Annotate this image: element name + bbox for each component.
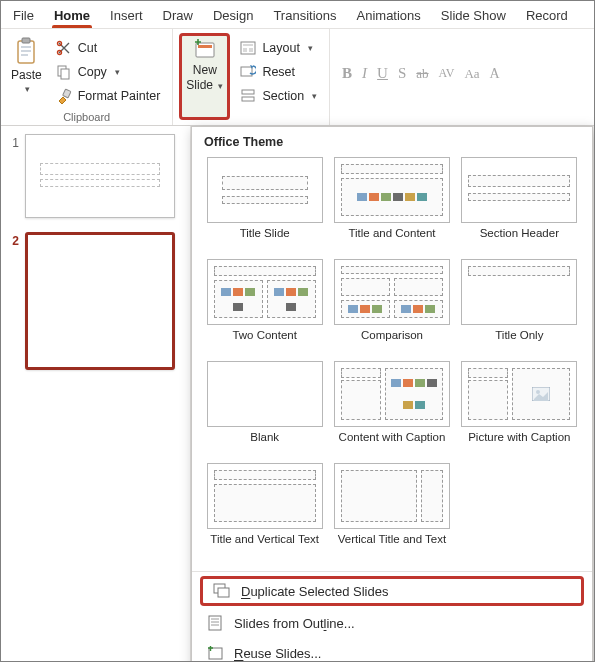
italic-button[interactable]: I — [362, 65, 367, 82]
svg-rect-23 — [209, 616, 221, 630]
section-button[interactable]: Section▾ — [236, 85, 321, 107]
svg-rect-4 — [21, 54, 28, 56]
cut-label: Cut — [78, 41, 97, 55]
reset-button[interactable]: Reset — [236, 61, 321, 83]
slide-thumbnails: 1 2 — [1, 126, 191, 662]
clear-format-button[interactable]: A — [490, 66, 500, 82]
group-slides: New Slide ▾ Layout▾ Reset — [173, 29, 330, 125]
paintbrush-icon — [56, 88, 72, 104]
new-slide-button[interactable]: New Slide ▾ — [179, 33, 230, 120]
reuse-icon — [206, 645, 224, 661]
new-slide-label-bottom: Slide ▾ — [186, 79, 223, 92]
chevron-down-icon: ▾ — [115, 67, 120, 77]
reuse-slides-item[interactable]: Reuse Slides... — [192, 638, 592, 662]
separator — [192, 571, 592, 572]
layout-picture-caption[interactable]: Picture with Caption — [459, 361, 580, 457]
layout-title-slide[interactable]: Title Slide — [204, 157, 325, 253]
chevron-down-icon: ▾ — [312, 91, 317, 101]
layout-blank[interactable]: Blank — [204, 361, 325, 457]
tab-record[interactable]: Record — [516, 4, 578, 28]
group-label-clipboard: Clipboard — [5, 108, 168, 123]
slide-stage: Office Theme Title Slide Title and Conte… — [191, 126, 594, 662]
group-font: B I U S ab AV Aa A — [330, 29, 594, 125]
tab-draw[interactable]: Draw — [153, 4, 203, 28]
svg-rect-1 — [22, 38, 30, 43]
svg-rect-8 — [61, 69, 69, 79]
layout-grid: Title Slide Title and Content Section He… — [192, 153, 592, 567]
new-slide-icon — [193, 38, 217, 62]
tab-bar: File Home Insert Draw Design Transitions… — [1, 1, 594, 29]
font-toolbar: B I U S ab AV Aa A — [334, 33, 590, 82]
tab-slideshow[interactable]: Slide Show — [431, 4, 516, 28]
svg-rect-17 — [242, 90, 254, 94]
tab-animations[interactable]: Animations — [347, 4, 431, 28]
underline-button[interactable]: U — [377, 65, 388, 82]
layout-comparison[interactable]: Comparison — [331, 259, 452, 355]
layout-icon — [240, 40, 256, 56]
shadow-button[interactable]: S — [398, 65, 406, 82]
layout-title-only[interactable]: Title Only — [459, 259, 580, 355]
tab-file[interactable]: File — [3, 4, 44, 28]
thumb-preview — [25, 134, 175, 218]
tab-home[interactable]: Home — [44, 4, 100, 28]
spacing-button[interactable]: AV — [439, 66, 455, 81]
chevron-down-icon: ▾ — [308, 43, 313, 53]
paste-label: Paste — [11, 69, 42, 82]
svg-rect-11 — [198, 45, 212, 48]
layout-section-header[interactable]: Section Header — [459, 157, 580, 253]
duplicate-icon — [213, 583, 231, 599]
layout-title-content[interactable]: Title and Content — [331, 157, 452, 253]
thumbnail-2[interactable]: 2 — [7, 232, 184, 370]
outline-icon — [206, 615, 224, 631]
thumb-number: 2 — [7, 232, 19, 248]
paste-button[interactable]: Paste ▾ — [5, 33, 48, 108]
new-slide-label-top: New — [193, 64, 217, 77]
group-clipboard: Paste ▾ Cut Copy ▾ — [1, 29, 173, 125]
new-slide-gallery: Office Theme Title Slide Title and Conte… — [191, 126, 593, 662]
cut-button[interactable]: Cut — [52, 37, 165, 59]
section-label: Section — [262, 89, 304, 103]
tab-design[interactable]: Design — [203, 4, 263, 28]
svg-rect-15 — [249, 48, 253, 52]
thumb-preview — [25, 232, 175, 370]
layout-vertical-title-text[interactable]: Vertical Title and Text — [331, 463, 452, 559]
strike-button[interactable]: ab — [416, 66, 428, 82]
svg-rect-13 — [243, 44, 253, 46]
gallery-title: Office Theme — [192, 127, 592, 153]
reuse-label: Reuse Slides... — [234, 646, 321, 661]
section-icon — [240, 88, 256, 104]
reset-label: Reset — [262, 65, 295, 79]
copy-label: Copy — [78, 65, 107, 79]
format-painter-button[interactable]: Format Painter — [52, 85, 165, 107]
svg-rect-3 — [21, 50, 31, 52]
format-painter-label: Format Painter — [78, 89, 161, 103]
scissors-icon — [56, 40, 72, 56]
bold-button[interactable]: B — [342, 65, 352, 82]
copy-icon — [56, 64, 72, 80]
chevron-down-icon: ▾ — [25, 84, 30, 94]
slides-from-outline-item[interactable]: Slides from Outline... — [192, 608, 592, 638]
svg-rect-18 — [242, 97, 254, 101]
layout-label: Layout — [262, 41, 300, 55]
svg-rect-2 — [21, 46, 31, 48]
thumbnail-1[interactable]: 1 — [7, 134, 184, 218]
copy-button[interactable]: Copy ▾ — [52, 61, 165, 83]
group-label-slides — [177, 120, 325, 123]
layout-title-vertical-text[interactable]: Title and Vertical Text — [204, 463, 325, 559]
duplicate-label: Duplicate Selected Slides — [241, 584, 388, 599]
tab-transitions[interactable]: Transitions — [263, 4, 346, 28]
reset-icon — [240, 64, 256, 80]
layout-content-caption[interactable]: Content with Caption — [331, 361, 452, 457]
layout-two-content[interactable]: Two Content — [204, 259, 325, 355]
ribbon: Paste ▾ Cut Copy ▾ — [1, 29, 594, 126]
svg-rect-22 — [218, 588, 229, 597]
svg-rect-14 — [243, 48, 247, 52]
layout-button[interactable]: Layout▾ — [236, 37, 321, 59]
duplicate-slides-item[interactable]: Duplicate Selected Slides — [200, 576, 584, 606]
case-button[interactable]: Aa — [464, 66, 479, 82]
svg-point-20 — [536, 390, 540, 394]
svg-rect-9 — [62, 89, 70, 98]
tab-insert[interactable]: Insert — [100, 4, 153, 28]
thumb-number: 1 — [7, 134, 19, 150]
svg-rect-16 — [241, 67, 252, 76]
